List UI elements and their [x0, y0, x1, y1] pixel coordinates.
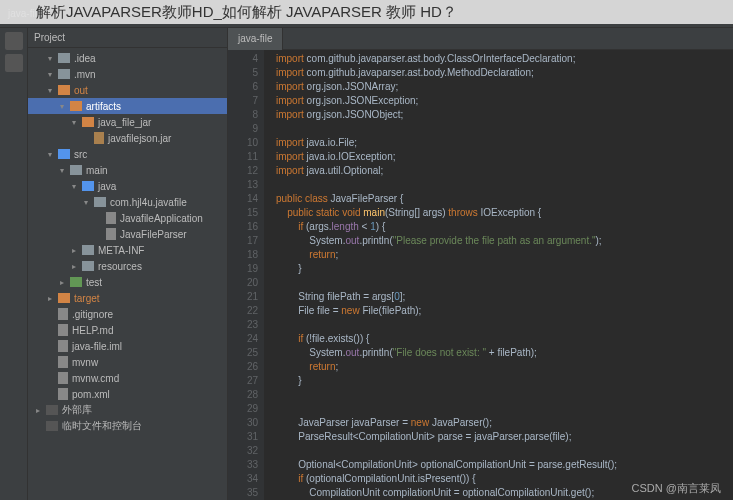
- code-line[interactable]: return;: [276, 248, 733, 262]
- line-number: 13: [230, 178, 258, 192]
- code-line[interactable]: }: [276, 374, 733, 388]
- code-line[interactable]: System.out.println("Please provide the f…: [276, 234, 733, 248]
- folder-icon: [106, 228, 116, 240]
- code-line[interactable]: return;: [276, 360, 733, 374]
- tree-item[interactable]: HELP.md: [28, 322, 227, 338]
- tree-item[interactable]: JavaFileParser: [28, 226, 227, 242]
- folder-icon: [58, 324, 68, 336]
- tree-arrow-icon[interactable]: ▾: [48, 86, 58, 95]
- code-line[interactable]: Optional<CompilationUnit> optionalCompil…: [276, 458, 733, 472]
- project-tool-icon[interactable]: [5, 32, 23, 50]
- code-line[interactable]: import java.io.File;: [276, 136, 733, 150]
- tree-item[interactable]: javafilejson.jar: [28, 130, 227, 146]
- code-line[interactable]: if (args.length < 1) {: [276, 220, 733, 234]
- tree-arrow-icon[interactable]: ▾: [48, 150, 58, 159]
- code-line[interactable]: [276, 122, 733, 136]
- tree-item[interactable]: ▾java_file_jar: [28, 114, 227, 130]
- tree-arrow-icon[interactable]: ▾: [72, 118, 82, 127]
- folder-icon: [94, 197, 106, 207]
- code-line[interactable]: public static void main(String[] args) t…: [276, 206, 733, 220]
- tree-item[interactable]: java-file.iml: [28, 338, 227, 354]
- folder-icon: [46, 405, 58, 415]
- tree-item[interactable]: ▸META-INF: [28, 242, 227, 258]
- tree-item[interactable]: ▸test: [28, 274, 227, 290]
- tree-item[interactable]: ▾src: [28, 146, 227, 162]
- tree-item[interactable]: ▾.mvn: [28, 66, 227, 82]
- tree-item[interactable]: pom.xml: [28, 386, 227, 402]
- code-line[interactable]: }: [276, 262, 733, 276]
- tree-item-label: JavaFileParser: [120, 229, 187, 240]
- tree-arrow-icon[interactable]: ▾: [60, 102, 70, 111]
- folder-icon: [58, 69, 70, 79]
- line-number: 15: [230, 206, 258, 220]
- line-number: 31: [230, 430, 258, 444]
- tree-item[interactable]: mvnw.cmd: [28, 370, 227, 386]
- folder-icon: [70, 277, 82, 287]
- project-panel-header[interactable]: Project: [28, 28, 227, 48]
- tree-item[interactable]: ▾.idea: [28, 50, 227, 66]
- code-line[interactable]: [276, 318, 733, 332]
- tree-item[interactable]: ▾artifacts: [28, 98, 227, 114]
- tree-arrow-icon[interactable]: ▸: [36, 406, 46, 415]
- code-line[interactable]: String filePath = args[0];: [276, 290, 733, 304]
- tree-arrow-icon[interactable]: ▾: [84, 198, 94, 207]
- code-line[interactable]: [276, 402, 733, 416]
- folder-icon: [58, 340, 68, 352]
- overlay-title: 解析JAVAPARSER教师HD_如何解析 JAVAPARSER 教师 HD？: [0, 0, 733, 24]
- line-number: 19: [230, 262, 258, 276]
- structure-tool-icon[interactable]: [5, 54, 23, 72]
- line-number: 18: [230, 248, 258, 262]
- tree-arrow-icon[interactable]: ▾: [48, 54, 58, 63]
- tree-arrow-icon[interactable]: ▸: [72, 262, 82, 271]
- code-line[interactable]: [276, 444, 733, 458]
- line-number: 24: [230, 332, 258, 346]
- code-line[interactable]: [276, 388, 733, 402]
- tree-item-label: main: [86, 165, 108, 176]
- line-number: 28: [230, 388, 258, 402]
- tree-item-label: test: [86, 277, 102, 288]
- code-line[interactable]: if (!file.exists()) {: [276, 332, 733, 346]
- tree-arrow-icon[interactable]: ▾: [60, 166, 70, 175]
- code-line[interactable]: File file = new File(filePath);: [276, 304, 733, 318]
- tree-item[interactable]: mvnw: [28, 354, 227, 370]
- code-line[interactable]: import java.io.IOException;: [276, 150, 733, 164]
- code-editor[interactable]: 4567891011121314151617181920212223242526…: [228, 50, 733, 500]
- tree-arrow-icon[interactable]: ▸: [60, 278, 70, 287]
- folder-icon: [58, 308, 68, 320]
- code-line[interactable]: import org.json.JSONException;: [276, 94, 733, 108]
- editor-tab[interactable]: java-file: [228, 28, 283, 50]
- code-line[interactable]: JavaParser javaParser = new JavaParser()…: [276, 416, 733, 430]
- tree-arrow-icon[interactable]: ▾: [72, 182, 82, 191]
- code-line[interactable]: public class JavaFileParser {: [276, 192, 733, 206]
- tree-item[interactable]: ▾java: [28, 178, 227, 194]
- code-line[interactable]: System.out.println("File does not exist:…: [276, 346, 733, 360]
- tree-item[interactable]: .gitignore: [28, 306, 227, 322]
- code-line[interactable]: ParseResult<CompilationUnit> parse = jav…: [276, 430, 733, 444]
- tree-arrow-icon[interactable]: ▸: [48, 294, 58, 303]
- tree-item[interactable]: ▾out: [28, 82, 227, 98]
- code-line[interactable]: import org.json.JSONObject;: [276, 108, 733, 122]
- code-line[interactable]: [276, 276, 733, 290]
- tree-item[interactable]: 临时文件和控制台: [28, 418, 227, 434]
- code-line[interactable]: import com.github.javaparser.ast.body.Me…: [276, 66, 733, 80]
- folder-icon: [70, 165, 82, 175]
- tree-arrow-icon[interactable]: ▸: [72, 246, 82, 255]
- line-number: 7: [230, 94, 258, 108]
- tree-item[interactable]: ▸外部库: [28, 402, 227, 418]
- folder-icon: [58, 53, 70, 63]
- tree-item[interactable]: ▾main: [28, 162, 227, 178]
- tree-item[interactable]: ▾com.hjl4u.javafile: [28, 194, 227, 210]
- code-line[interactable]: import org.json.JSONArray;: [276, 80, 733, 94]
- code-line[interactable]: import java.util.Optional;: [276, 164, 733, 178]
- tree-item-label: HELP.md: [72, 325, 114, 336]
- tree-arrow-icon[interactable]: ▾: [48, 70, 58, 79]
- line-number: 11: [230, 150, 258, 164]
- code-content[interactable]: import com.github.javaparser.ast.body.Cl…: [264, 50, 733, 500]
- code-line[interactable]: [276, 178, 733, 192]
- tree-item[interactable]: ▸resources: [28, 258, 227, 274]
- code-line[interactable]: import com.github.javaparser.ast.body.Cl…: [276, 52, 733, 66]
- tree-item[interactable]: JavafileApplication: [28, 210, 227, 226]
- tree-item-label: pom.xml: [72, 389, 110, 400]
- tree-item[interactable]: ▸target: [28, 290, 227, 306]
- tree-item-label: .gitignore: [72, 309, 113, 320]
